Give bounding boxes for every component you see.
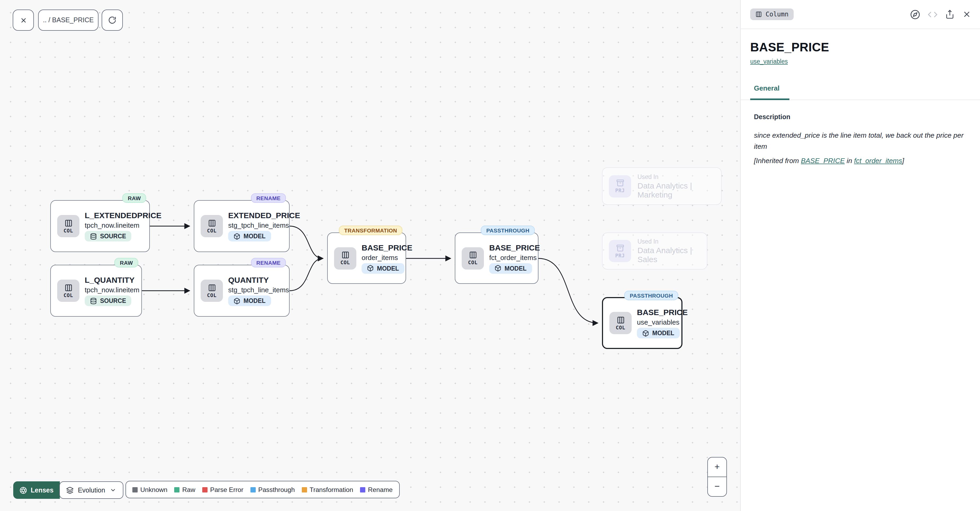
legend-label: Unknown — [140, 486, 167, 493]
columns-icon — [208, 219, 216, 227]
zoom-out-button[interactable]: − — [708, 478, 726, 497]
description-body: since extended_price is the line item to… — [754, 130, 967, 152]
model-link-row: use_variables — [750, 58, 980, 65]
columns-icon — [64, 283, 72, 291]
evolution-dropdown[interactable]: Evolution — [59, 481, 123, 499]
node-base-price-fct-order-items[interactable]: PASSTHROUGH COL BASE_PRICE fct_order_ite… — [455, 232, 538, 284]
node-subtitle: stg_tpch_line_items — [228, 221, 289, 229]
node-title: QUANTITY — [228, 275, 269, 284]
details-sidebar: Column BASE_PRICE use_variables General … — [740, 0, 980, 511]
tab-general[interactable]: General — [754, 84, 780, 92]
node-l-extendedprice[interactable]: RAW COL L_EXTENDEDPRICE tpch_now.lineite… — [50, 200, 150, 252]
legend-swatch — [302, 487, 307, 492]
node-quantity[interactable]: RENAME COL QUANTITY stg_tpch_line_items … — [194, 265, 290, 317]
project-icon-box: PRJ — [609, 175, 631, 197]
legend-item-unknown: Unknown — [132, 486, 167, 493]
project-name: Data Analytics | Sales — [638, 246, 700, 264]
refresh-button[interactable] — [102, 10, 123, 31]
explore-button[interactable] — [910, 9, 920, 19]
cube-icon — [234, 297, 240, 304]
active-tab-indicator — [750, 99, 789, 100]
legend-item-rename: Rename — [360, 486, 393, 493]
database-icon — [90, 297, 97, 304]
sidebar-actions — [910, 9, 972, 19]
inherited-mid: in — [845, 157, 854, 165]
entity-type-label: Column — [765, 11, 789, 18]
cube-icon — [367, 265, 374, 272]
pill-label: MODEL — [243, 298, 266, 304]
entity-type-badge: Column — [750, 8, 794, 20]
model-pill: MODEL — [228, 296, 271, 306]
columns-icon — [469, 251, 477, 259]
node-extended-price[interactable]: RENAME COL EXTENDED_PRICE stg_tpch_line_… — [194, 200, 290, 252]
node-kind-label: PRJ — [615, 252, 625, 258]
inherited-prefix: [Inherited from — [754, 157, 801, 165]
project-name: Data Analytics | Marketing — [638, 181, 715, 199]
column-title: BASE_PRICE — [750, 40, 980, 54]
node-base-price-use-variables[interactable]: PASSTHROUGH COL BASE_PRICE use_variables… — [602, 297, 682, 349]
model-pill: MODEL — [489, 263, 532, 274]
compass-icon — [910, 9, 920, 19]
model-link[interactable]: use_variables — [750, 58, 788, 65]
inherited-model-link[interactable]: fct_order_items — [854, 157, 902, 165]
inherited-column-link[interactable]: BASE_PRICE — [801, 157, 845, 165]
legend-label: Transformation — [310, 486, 353, 493]
lineage-type-badge: RENAME — [251, 258, 286, 267]
node-kind-label: COL — [468, 259, 477, 265]
node-kind-label: COL — [207, 228, 216, 233]
lens-controls: Lenses Evolution — [13, 481, 123, 499]
node-title: BASE_PRICE — [362, 243, 412, 252]
lineage-type-badge: TRANSFORMATION — [339, 226, 402, 235]
pill-label: MODEL — [504, 265, 527, 271]
column-icon-box: COL — [462, 247, 484, 269]
node-title: L_QUANTITY — [85, 275, 134, 284]
close-lineage-button[interactable] — [13, 10, 34, 31]
node-subtitle: use_variables — [637, 318, 679, 326]
legend-item-transformation: Transformation — [302, 486, 353, 493]
columns-icon — [617, 316, 624, 324]
zoom-controls: + − — [707, 457, 727, 497]
column-icon-box: COL — [57, 215, 80, 237]
node-l-quantity[interactable]: RAW COL L_QUANTITY tpch_now.lineitem SOU… — [50, 265, 142, 317]
ghost-node-marketing[interactable]: PRJ Used In Data Analytics | Marketing — [602, 167, 722, 205]
legend-swatch — [202, 487, 208, 492]
aperture-icon — [19, 486, 27, 494]
lineage-type-badge: RAW — [115, 258, 138, 267]
breadcrumb[interactable]: .. / BASE_PRICE — [38, 10, 99, 31]
node-kind-label: PRJ — [615, 188, 625, 193]
close-icon — [19, 16, 27, 24]
node-subtitle: order_items — [362, 253, 398, 261]
node-subtitle: tpch_now.lineitem — [85, 286, 140, 294]
node-kind-label: COL — [616, 324, 625, 330]
close-sidebar-button[interactable] — [962, 10, 972, 19]
cube-icon — [495, 265, 501, 272]
lenses-label: Lenses — [31, 486, 54, 494]
description-heading: Description — [754, 113, 980, 121]
pill-label: SOURCE — [100, 298, 126, 304]
legend-item-passthrough: Passthrough — [250, 486, 295, 493]
model-pill: MODEL — [362, 263, 404, 274]
breadcrumb-label: .. / BASE_PRICE — [43, 16, 94, 24]
legend-swatch — [132, 487, 138, 492]
source-pill: SOURCE — [85, 231, 131, 242]
lenses-button[interactable]: Lenses — [13, 481, 60, 499]
lineage-canvas[interactable]: .. / BASE_PRICE PRJ Used In Data Analyti… — [0, 0, 740, 511]
view-code-button[interactable] — [928, 9, 938, 19]
chevron-down-icon — [109, 487, 116, 493]
node-kind-label: COL — [340, 259, 350, 265]
lineage-type-badge: PASSTHROUGH — [481, 226, 535, 235]
ghost-node-sales[interactable]: PRJ Used In Data Analytics | Sales — [602, 232, 707, 269]
legend-swatch — [360, 487, 365, 492]
zoom-in-button[interactable]: + — [708, 457, 726, 477]
column-icon-box: COL — [334, 247, 356, 269]
pill-label: SOURCE — [100, 233, 126, 239]
node-kind-label: COL — [64, 292, 73, 298]
lineage-type-badge: RAW — [123, 193, 146, 203]
legend-label: Parse Error — [210, 486, 243, 493]
node-base-price-order-items[interactable]: TRANSFORMATION COL BASE_PRICE order_item… — [327, 232, 406, 284]
share-button[interactable] — [945, 10, 955, 19]
project-icon-box: PRJ — [609, 240, 631, 262]
columns-icon — [208, 283, 216, 291]
legend-swatch — [175, 487, 180, 492]
lineage-type-badge: RENAME — [251, 193, 286, 203]
